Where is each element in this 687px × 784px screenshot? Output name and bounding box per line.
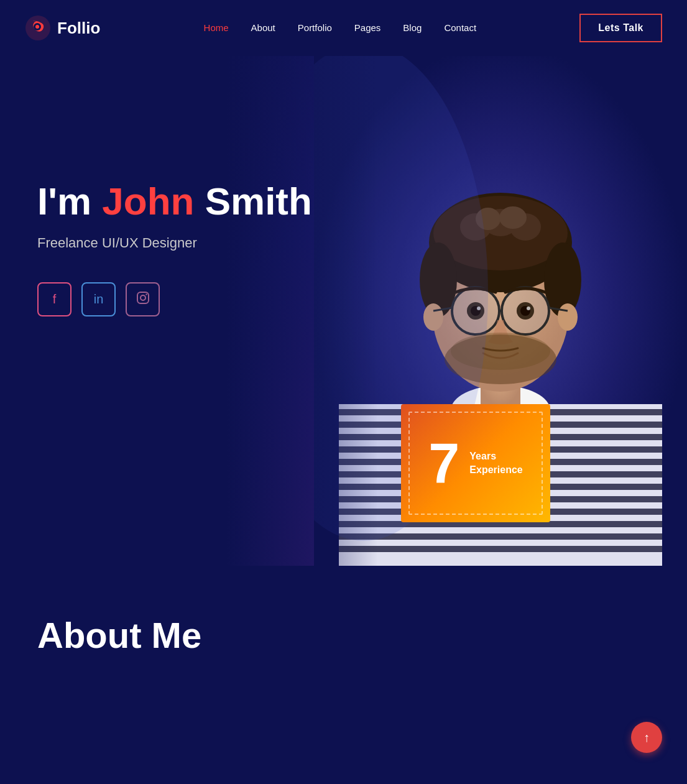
hero-first-name: John xyxy=(102,180,194,223)
about-section: About Me xyxy=(0,566,687,693)
hero-section: I'm John Smith Freelance UI/UX Designer … xyxy=(0,56,687,566)
svg-point-30 xyxy=(499,206,527,229)
nav-item-blog[interactable]: Blog xyxy=(403,22,422,34)
scroll-top-button[interactable]: ↑ xyxy=(631,722,662,753)
svg-point-45 xyxy=(527,307,530,310)
logo-text: Follio xyxy=(57,19,100,38)
hero-title: I'm John Smith xyxy=(37,180,312,223)
instagram-button[interactable] xyxy=(126,282,160,316)
linkedin-icon: in xyxy=(94,292,104,307)
badge-content: 7 Years Experience xyxy=(428,435,522,491)
svg-point-50 xyxy=(141,295,145,300)
badge-background: 7 Years Experience xyxy=(401,404,550,522)
instagram-icon xyxy=(136,291,150,308)
experience-badge: 7 Years Experience xyxy=(401,404,556,528)
logo[interactable]: Follio xyxy=(25,15,100,41)
hero-greeting: I'm xyxy=(37,180,102,223)
hero-last-name: Smith xyxy=(194,180,311,223)
logo-icon xyxy=(25,15,51,41)
experience-text: Years Experience xyxy=(469,450,522,477)
facebook-icon: f xyxy=(53,292,57,307)
nav-item-pages[interactable]: Pages xyxy=(354,22,381,34)
social-links: f in xyxy=(37,282,312,316)
lets-talk-button[interactable]: Lets Talk xyxy=(579,14,662,42)
experience-line1: Years xyxy=(469,450,522,463)
hero-content: I'm John Smith Freelance UI/UX Designer … xyxy=(37,180,312,316)
svg-point-51 xyxy=(145,293,147,295)
svg-point-32 xyxy=(558,303,578,331)
experience-line2: Experience xyxy=(469,463,522,477)
nav-item-contact[interactable]: Contact xyxy=(444,22,476,34)
svg-rect-17 xyxy=(339,546,662,552)
nav-item-about[interactable]: About xyxy=(251,22,275,34)
hero-subtitle: Freelance UI/UX Designer xyxy=(37,235,312,251)
about-title: About Me xyxy=(37,616,650,655)
linkedin-button[interactable]: in xyxy=(81,282,116,316)
nav-item-home[interactable]: Home xyxy=(204,22,229,34)
svg-point-2 xyxy=(35,25,39,29)
nav-item-portfolio[interactable]: Portfolio xyxy=(298,22,332,34)
experience-number: 7 xyxy=(428,435,459,491)
facebook-button[interactable]: f xyxy=(37,282,71,316)
nav-links: Home About Portfolio Pages Blog Contact xyxy=(204,22,477,34)
scroll-top-icon: ↑ xyxy=(643,731,650,745)
main-nav: Follio Home About Portfolio Pages Blog C… xyxy=(0,0,687,56)
